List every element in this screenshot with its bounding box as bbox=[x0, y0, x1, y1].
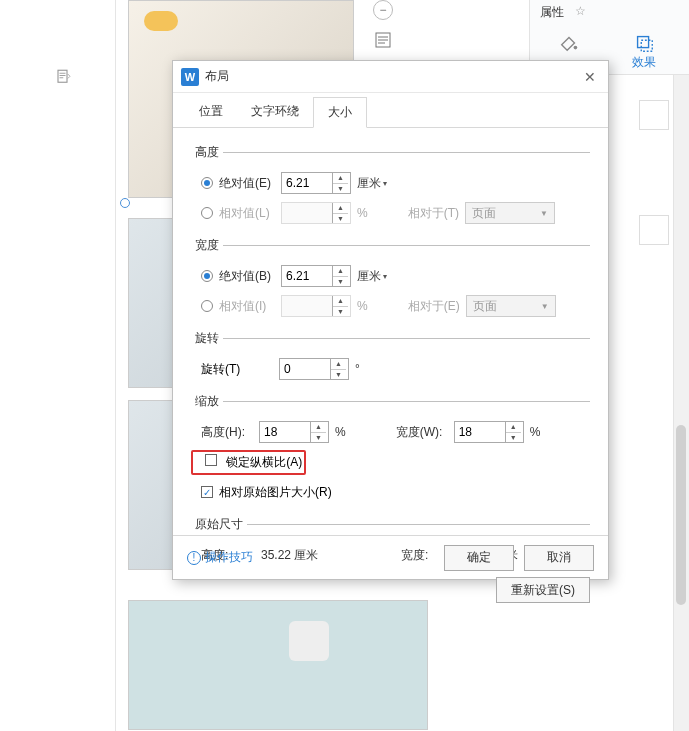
scale-h-label: 高度(H): bbox=[201, 424, 259, 441]
vertical-scrollbar[interactable] bbox=[673, 75, 689, 731]
dialog-title: 布局 bbox=[205, 68, 229, 85]
rotate-label: 旋转(T) bbox=[201, 361, 279, 378]
rotate-group: 旋转 旋转(T) ▲▼ ° bbox=[191, 330, 590, 387]
rotate-spinner[interactable]: ▲▼ bbox=[279, 358, 349, 380]
width-group: 宽度 绝对值(B) ▲▼ 厘米▾ 相对值(I) ▲▼ % 相对于(E) bbox=[191, 237, 590, 324]
original-legend: 原始尺寸 bbox=[191, 516, 247, 533]
fill-line-tool[interactable] bbox=[558, 32, 580, 54]
scale-w-spinner[interactable]: ▲▼ bbox=[454, 421, 524, 443]
height-group: 高度 绝对值(E) ▲▼ 厘米▾ 相对值(L) ▲▼ % 相对于(T) bbox=[191, 144, 590, 231]
panel-item[interactable] bbox=[639, 100, 669, 130]
height-rel-spinner: ▲▼ bbox=[281, 202, 351, 224]
spinner-arrows[interactable]: ▲▼ bbox=[310, 422, 326, 442]
scale-w-unit: % bbox=[530, 425, 541, 439]
svg-rect-3 bbox=[638, 37, 649, 48]
page-margin-line bbox=[115, 0, 116, 731]
reset-button[interactable]: 重新设置(S) bbox=[496, 577, 590, 603]
width-relto-combo: 页面▼ bbox=[466, 295, 556, 317]
dialog-body: 高度 绝对值(E) ▲▼ 厘米▾ 相对值(L) ▲▼ % 相对于(T) bbox=[173, 128, 608, 605]
align-icon[interactable] bbox=[373, 30, 393, 53]
height-rel-label: 相对值(L) bbox=[219, 205, 281, 222]
close-icon[interactable]: ✕ bbox=[580, 65, 600, 89]
height-abs-radio[interactable] bbox=[201, 177, 213, 189]
width-rel-label: 相对值(I) bbox=[219, 298, 281, 315]
tips-label: 操作技巧 bbox=[205, 549, 253, 566]
svg-point-2 bbox=[574, 46, 578, 50]
spinner-arrows: ▲▼ bbox=[332, 296, 348, 316]
tab-position[interactable]: 位置 bbox=[185, 97, 237, 127]
star-icon[interactable]: ☆ bbox=[575, 4, 586, 18]
width-rel-input bbox=[282, 296, 332, 316]
scale-h-unit: % bbox=[335, 425, 346, 439]
cancel-button[interactable]: 取消 bbox=[524, 545, 594, 571]
rotate-input[interactable] bbox=[280, 359, 330, 379]
width-abs-label: 绝对值(B) bbox=[219, 268, 281, 285]
rotate-legend: 旋转 bbox=[191, 330, 223, 347]
scale-legend: 缩放 bbox=[191, 393, 223, 410]
panel-item[interactable] bbox=[639, 215, 669, 245]
app-logo-icon: W bbox=[181, 68, 199, 86]
effect-label: 效果 bbox=[632, 54, 656, 71]
dialog-tabs: 位置 文字环绕 大小 bbox=[173, 93, 608, 128]
svg-rect-0 bbox=[58, 70, 67, 82]
spinner-arrows[interactable]: ▲▼ bbox=[505, 422, 521, 442]
rel-orig-label: 相对原始图片大小(R) bbox=[219, 484, 332, 501]
height-relto-label: 相对于(T) bbox=[408, 205, 459, 222]
height-abs-unit[interactable]: 厘米▾ bbox=[357, 175, 387, 192]
layout-dialog: W 布局 ✕ 位置 文字环绕 大小 高度 绝对值(E) ▲▼ 厘米▾ 相对值(L… bbox=[172, 60, 609, 580]
width-abs-radio[interactable] bbox=[201, 270, 213, 282]
width-rel-unit: % bbox=[357, 299, 368, 313]
width-legend: 宽度 bbox=[191, 237, 223, 254]
spinner-arrows: ▲▼ bbox=[332, 203, 348, 223]
height-abs-label: 绝对值(E) bbox=[219, 175, 281, 192]
lock-aspect-highlight: 锁定纵横比(A) bbox=[191, 450, 306, 475]
width-abs-spinner[interactable]: ▲▼ bbox=[281, 265, 351, 287]
help-icon: ! bbox=[187, 551, 201, 565]
width-rel-radio[interactable] bbox=[201, 300, 213, 312]
spinner-arrows[interactable]: ▲▼ bbox=[332, 266, 348, 286]
height-legend: 高度 bbox=[191, 144, 223, 161]
rotate-unit: ° bbox=[355, 362, 360, 376]
selection-handle[interactable] bbox=[120, 198, 130, 208]
dialog-titlebar[interactable]: W 布局 ✕ bbox=[173, 61, 608, 93]
height-relto-combo: 页面▼ bbox=[465, 202, 555, 224]
outline-icon[interactable] bbox=[55, 68, 73, 89]
width-abs-input[interactable] bbox=[282, 266, 332, 286]
width-abs-unit[interactable]: 厘米▾ bbox=[357, 268, 387, 285]
rel-orig-checkbox[interactable] bbox=[201, 486, 213, 498]
lock-aspect-label: 锁定纵横比(A) bbox=[226, 455, 302, 469]
height-abs-input[interactable] bbox=[282, 173, 332, 193]
scale-w-input[interactable] bbox=[455, 422, 505, 442]
scale-h-spinner[interactable]: ▲▼ bbox=[259, 421, 329, 443]
image-thumbnail bbox=[128, 600, 428, 730]
properties-label: 属性 bbox=[540, 4, 564, 21]
tab-size[interactable]: 大小 bbox=[313, 97, 367, 128]
scale-h-input[interactable] bbox=[260, 422, 310, 442]
height-rel-radio[interactable] bbox=[201, 207, 213, 219]
height-rel-input bbox=[282, 203, 332, 223]
height-abs-spinner[interactable]: ▲▼ bbox=[281, 172, 351, 194]
scale-w-label: 宽度(W): bbox=[396, 424, 454, 441]
lock-aspect-checkbox[interactable] bbox=[205, 454, 217, 466]
scroll-thumb[interactable] bbox=[676, 425, 686, 605]
tips-link[interactable]: ! 操作技巧 bbox=[187, 549, 253, 566]
height-rel-unit: % bbox=[357, 206, 368, 220]
scale-group: 缩放 高度(H): ▲▼ % 宽度(W): ▲▼ % 锁定纵横比(A) bbox=[191, 393, 590, 510]
effect-tool[interactable]: 效果 bbox=[632, 32, 656, 71]
svg-rect-4 bbox=[641, 40, 652, 51]
width-rel-spinner: ▲▼ bbox=[281, 295, 351, 317]
spinner-arrows[interactable]: ▲▼ bbox=[332, 173, 348, 193]
zoom-out-icon[interactable]: − bbox=[373, 0, 393, 20]
spinner-arrows[interactable]: ▲▼ bbox=[330, 359, 346, 379]
ok-button[interactable]: 确定 bbox=[444, 545, 514, 571]
dialog-footer: ! 操作技巧 确定 取消 bbox=[173, 535, 608, 579]
tab-wrap[interactable]: 文字环绕 bbox=[237, 97, 313, 127]
width-relto-label: 相对于(E) bbox=[408, 298, 460, 315]
